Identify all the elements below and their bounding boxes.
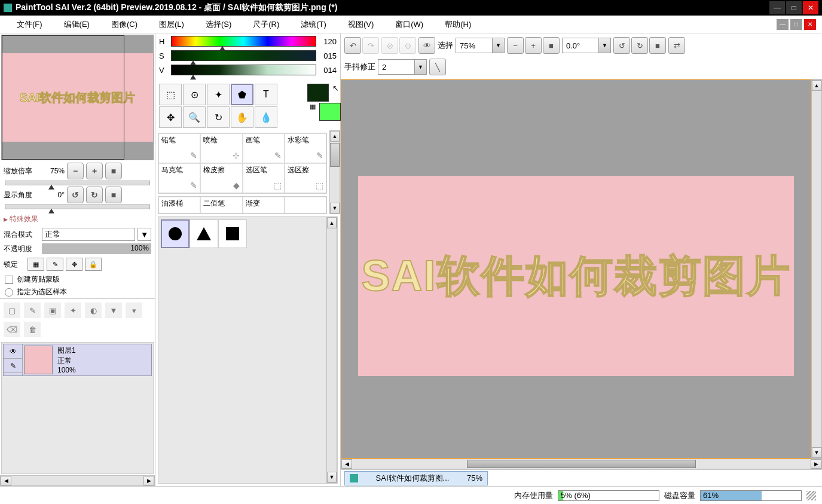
rotate-cw-button[interactable]: ↻: [86, 187, 103, 203]
menu-view[interactable]: 视图(V): [337, 17, 384, 32]
redo-button[interactable]: ↷: [362, 37, 379, 54]
bg-color-swatch[interactable]: [319, 103, 341, 121]
navigator-viewport[interactable]: [2, 35, 124, 160]
layer-item[interactable]: 👁 ✎ 图层1 正常 100%: [3, 344, 152, 376]
flatten-button[interactable]: ▾: [126, 303, 142, 318]
merge-down-button[interactable]: ▼: [105, 303, 122, 318]
zoom-in-button[interactable]: +: [86, 163, 103, 179]
rotate-cw-btn2[interactable]: ↻: [631, 37, 648, 54]
menu-window[interactable]: 窗口(W): [384, 17, 434, 32]
brush-seleraser[interactable]: 选区擦⬚: [285, 163, 326, 193]
chevron-down-icon[interactable]: ▼: [492, 38, 504, 53]
brush-binary[interactable]: 二值笔: [200, 197, 242, 213]
new-layer-button[interactable]: ▢: [4, 303, 20, 318]
shape-circle[interactable]: [161, 219, 190, 248]
chevron-down-icon-2[interactable]: ▼: [598, 38, 610, 53]
deselect-button[interactable]: ⊘: [381, 37, 398, 54]
invert-sel-button[interactable]: ⊙: [399, 37, 416, 54]
blend-mode-combo[interactable]: 正常: [42, 228, 135, 241]
hand-tool[interactable]: ✋: [231, 106, 253, 128]
zoom-in-btn2[interactable]: +: [525, 37, 542, 54]
brush-gradient[interactable]: 渐变: [243, 197, 285, 213]
sat-slider[interactable]: [171, 50, 316, 61]
fg-color-swatch[interactable]: [307, 84, 329, 102]
menu-layer[interactable]: 图层(L): [148, 17, 195, 32]
scroll-right-icon[interactable]: ▶: [143, 476, 154, 485]
navigator[interactable]: SAI软件如何裁剪图片: [1, 35, 154, 160]
eye-icon[interactable]: 👁: [418, 37, 435, 54]
lasso-tool[interactable]: ⊙: [183, 84, 206, 105]
doc-maximize-button[interactable]: □: [790, 19, 802, 30]
color-grid-icon[interactable]: ▦: [307, 103, 318, 121]
val-slider[interactable]: [171, 65, 316, 75]
opacity-slider[interactable]: 100%: [42, 243, 151, 254]
rotate-tool[interactable]: ↻: [207, 106, 230, 128]
zoom-reset-button[interactable]: ■: [105, 163, 122, 179]
scroll-thumb[interactable]: [467, 460, 696, 468]
menu-file[interactable]: 文件(F): [6, 17, 53, 32]
doc-minimize-button[interactable]: —: [777, 19, 789, 30]
maximize-button[interactable]: □: [786, 1, 802, 14]
shape-triangle[interactable]: [190, 219, 218, 248]
menu-image[interactable]: 图像(C): [100, 17, 148, 32]
canvas-viewport[interactable]: SAI软件如何裁剪图片: [341, 80, 811, 459]
new-linework-button[interactable]: ✎: [24, 303, 41, 318]
menu-edit[interactable]: 编辑(E): [53, 17, 100, 32]
zoom-combo[interactable]: 75% ▼: [456, 38, 505, 53]
resize-grip[interactable]: [806, 491, 816, 500]
marquee-tool[interactable]: ⬚: [159, 84, 182, 105]
chevron-down-icon-3[interactable]: ▼: [414, 60, 426, 74]
angle-reset-button[interactable]: ■: [105, 187, 122, 203]
brush-scroll-v[interactable]: ▲▼: [329, 130, 340, 214]
brush-water[interactable]: 水彩笔✎: [285, 133, 326, 163]
stabilizer-combo[interactable]: 2 ▼: [378, 59, 427, 75]
canvas[interactable]: SAI软件如何裁剪图片: [358, 176, 794, 376]
brush-selpen[interactable]: 选区笔⬚: [243, 163, 285, 193]
zoom-tool[interactable]: 🔍: [183, 106, 206, 128]
move-tool[interactable]: ✥: [159, 106, 182, 128]
close-button[interactable]: ✕: [803, 1, 818, 14]
zoom-out-btn2[interactable]: −: [507, 37, 524, 54]
clip-mask-checkbox[interactable]: [5, 276, 13, 284]
hue-slider[interactable]: [171, 36, 316, 47]
layer-mask-button[interactable]: ◐: [85, 303, 102, 318]
lock-pixels-button[interactable]: ▦: [27, 258, 44, 271]
angle-combo[interactable]: 0.0° ▼: [562, 38, 611, 53]
brush-airbrush[interactable]: 喷枪⊹: [200, 133, 242, 163]
zoom-fit-btn[interactable]: ■: [543, 37, 560, 54]
menu-help[interactable]: 帮助(H): [434, 17, 482, 32]
clear-layer-button[interactable]: ⌫: [4, 322, 20, 337]
rotate-ccw-button[interactable]: ↺: [67, 187, 84, 203]
layer-scroll-h[interactable]: ◀ ▶: [0, 475, 155, 486]
shape-scroll-v[interactable]: ▲▼: [326, 217, 337, 483]
swap-colors-icon[interactable]: ↖: [330, 84, 341, 102]
document-tab[interactable]: SAI软件如何裁剪图... 75%: [344, 471, 488, 485]
line-tool-icon[interactable]: ╲: [429, 59, 446, 75]
flip-button[interactable]: ⇄: [668, 37, 685, 54]
layer-fx-button[interactable]: ✦: [65, 303, 81, 318]
text-tool[interactable]: T: [255, 84, 277, 105]
delete-layer-button[interactable]: 🗑: [24, 322, 41, 337]
zoom-out-button[interactable]: −: [67, 163, 84, 179]
brush-eraser[interactable]: 橡皮擦◆: [200, 163, 242, 193]
brush-bucket[interactable]: 油漆桶: [158, 197, 200, 213]
eyedropper-tool[interactable]: 💧: [255, 106, 277, 128]
angle-slider[interactable]: [5, 204, 150, 209]
doc-close-button[interactable]: ✕: [804, 19, 816, 30]
menu-filter[interactable]: 滤镜(T): [290, 17, 337, 32]
undo-button[interactable]: ↶: [344, 37, 361, 54]
zoom-slider[interactable]: [5, 181, 150, 185]
rotate-ccw-btn2[interactable]: ↺: [613, 37, 630, 54]
shape-tool[interactable]: ⬟: [231, 84, 253, 105]
sel-target-radio[interactable]: [5, 288, 13, 297]
lock-move-button[interactable]: ✥: [66, 258, 82, 271]
brush-marker[interactable]: 马克笔✎: [158, 163, 200, 193]
layer-visible-icon[interactable]: 👁: [4, 344, 22, 359]
wand-tool[interactable]: ✦: [207, 84, 230, 105]
scroll-left-icon[interactable]: ◀: [1, 476, 11, 485]
rotate-reset-btn2[interactable]: ■: [649, 37, 666, 54]
new-folder-button[interactable]: ▣: [44, 303, 61, 318]
menu-select[interactable]: 选择(S): [195, 17, 242, 32]
minimize-button[interactable]: —: [769, 1, 785, 14]
lock-all-button[interactable]: 🔒: [85, 258, 102, 271]
